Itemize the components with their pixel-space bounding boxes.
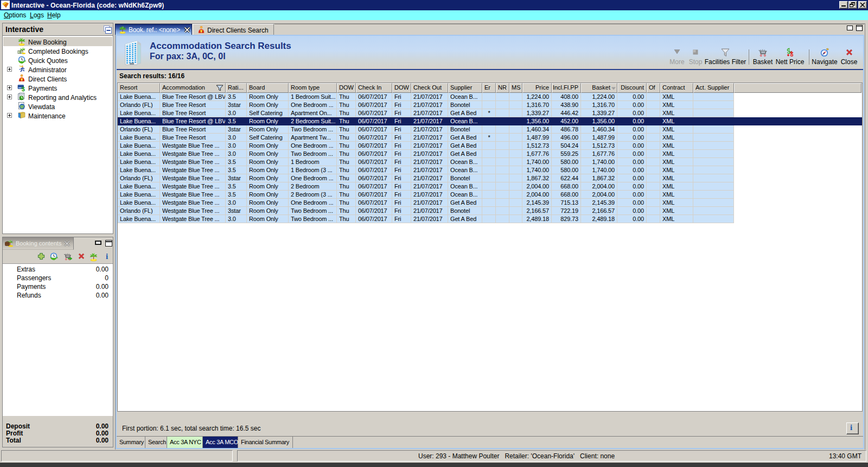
svg-text:i: i [106,252,108,261]
svg-text:$: $ [22,86,25,92]
svg-text:i: i [850,423,852,432]
